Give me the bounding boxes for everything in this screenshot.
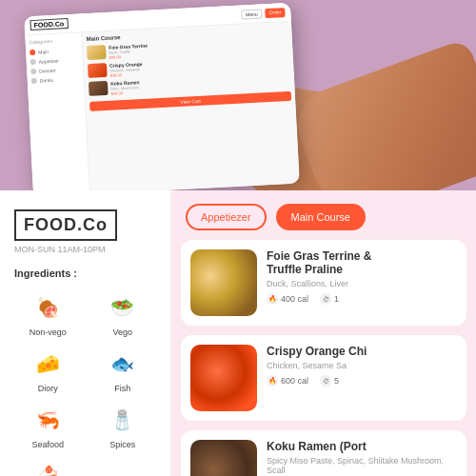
ingredient-sweet[interactable]: 🍰 Sweet: [14, 459, 82, 476]
fish-icon: 🐟: [106, 347, 140, 381]
vego-icon: 🥗: [106, 290, 140, 325]
brand-box: FOOD.Co: [14, 209, 117, 241]
top-section: FOOD.Co Menu Order Categories Main Appet…: [0, 0, 476, 190]
tab-main-course[interactable]: Main Course: [276, 204, 366, 230]
tab-bar: Appetiezer Main Course: [171, 190, 476, 240]
food-info-3: Koku Ramen (Port Spicy Miso Paste, Spina…: [267, 440, 457, 476]
seafood-icon: 🦐: [30, 403, 65, 437]
food-info-1: Foie Gras Terrine &Truffle Praline Duck,…: [267, 249, 457, 305]
menu-content: Appetiezer Main Course Foie Gras Terrine…: [171, 190, 476, 476]
spices-icon: 🧂: [106, 403, 140, 437]
menu-card: FOOD.Co MON-SUN 11AM-10PM Ingredients : …: [0, 190, 476, 476]
food-list: Foie Gras Terrine &Truffle Praline Duck,…: [171, 240, 476, 476]
flame-icon-2: 🔥: [267, 375, 278, 387]
food-title-2: Crispy Orange Chi: [267, 345, 457, 358]
seafood-label: Seafood: [31, 440, 64, 449]
non-vego-label: Non-vego: [30, 327, 67, 337]
food-title-3: Koku Ramen (Port: [267, 440, 457, 453]
tablet-mockup: FOOD.Co Menu Order Categories Main Appet…: [24, 3, 300, 190]
ingredient-seafood[interactable]: 🦐 Seafood: [14, 403, 82, 449]
food-card-3[interactable]: Koku Ramen (Port Spicy Miso Paste, Spina…: [181, 430, 466, 476]
food-desc-3: Spicy Miso Paste, Spinac, Shiitake Mushr…: [267, 456, 457, 475]
ingredient-fish[interactable]: 🐟 Fish: [89, 347, 157, 393]
food-image-1: [190, 249, 257, 316]
vego-label: Vego: [112, 327, 132, 337]
tablet-nav-menu[interactable]: Menu: [241, 9, 263, 19]
clock-icon-2: ⏱: [320, 375, 331, 387]
brand-name: FOOD.Co: [24, 215, 108, 235]
card-fade-3: [438, 430, 466, 476]
sweet-icon: 🍰: [30, 459, 65, 476]
food-time-2: ⏱ 5: [320, 375, 339, 387]
flame-icon: 🔥: [267, 293, 278, 305]
menu-sidebar: FOOD.Co MON-SUN 11AM-10PM Ingredients : …: [0, 190, 171, 476]
food-time-1: ⏱ 1: [320, 293, 339, 305]
clock-icon: ⏱: [320, 293, 331, 305]
food-meta-1: 🔥 400 cal ⏱ 1: [267, 293, 457, 305]
card-fade-1: [438, 240, 466, 326]
food-image-3: [190, 440, 257, 476]
diory-icon: 🧀: [30, 347, 65, 381]
ingredients-title: Ingredients :: [14, 268, 156, 279]
food-cal-2: 🔥 600 cal: [267, 375, 308, 387]
non-vego-icon: 🍖: [30, 290, 65, 325]
food-card-2[interactable]: Crispy Orange Chi Chicken, Sesame Sa 🔥 6…: [181, 335, 466, 421]
food-image-2: [190, 345, 257, 411]
tablet-nav-order[interactable]: Order: [265, 8, 285, 18]
brand-hours: MON-SUN 11AM-10PM: [14, 245, 156, 254]
food-card-1[interactable]: Foie Gras Terrine &Truffle Praline Duck,…: [181, 240, 466, 326]
food-info-2: Crispy Orange Chi Chicken, Sesame Sa 🔥 6…: [267, 345, 457, 387]
ingredient-grid: 🍖 Non-vego 🥗 Vego 🧀 Diory 🐟 Fish 🦐 Seafo…: [14, 290, 156, 476]
fish-label: Fish: [114, 384, 130, 393]
card-fade-2: [438, 335, 466, 421]
food-meta-2: 🔥 600 cal ⏱ 5: [267, 375, 457, 387]
tab-appetiezer[interactable]: Appetiezer: [186, 204, 267, 230]
food-desc-2: Chicken, Sesame Sa: [267, 361, 457, 370]
spices-label: Spices: [109, 440, 135, 449]
food-cal-1: 🔥 400 cal: [267, 293, 308, 305]
ingredient-spices[interactable]: 🧂 Spices: [89, 403, 157, 449]
food-title-1: Foie Gras Terrine &Truffle Praline: [267, 249, 457, 276]
diory-label: Diory: [38, 384, 58, 393]
ingredient-vego[interactable]: 🥗 Vego: [89, 290, 157, 337]
food-desc-1: Duck, Scallions, Liver: [267, 279, 457, 288]
ingredient-non-vego[interactable]: 🍖 Non-vego: [14, 290, 82, 337]
tablet-logo: FOOD.Co: [30, 18, 68, 30]
ingredient-diory[interactable]: 🧀 Diory: [14, 347, 82, 393]
hand-1: [288, 38, 476, 190]
